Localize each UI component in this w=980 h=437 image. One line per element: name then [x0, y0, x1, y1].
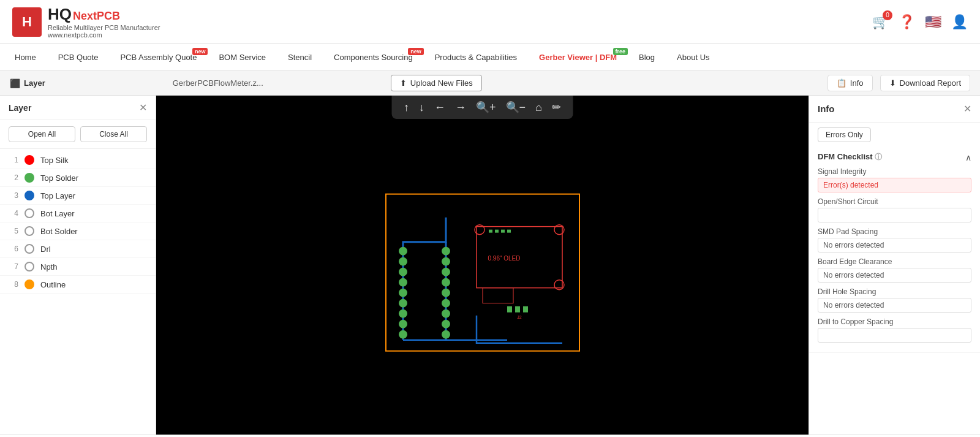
- svg-text:0.96" OLED: 0.96" OLED: [488, 254, 520, 261]
- pcb-canvas[interactable]: ↑ ↓ ← → 🔍+ 🔍− ⌂ ✏: [156, 96, 809, 435]
- nav-home[interactable]: Home: [12, 53, 39, 62]
- svg-point-9: [399, 330, 407, 338]
- nav-bom[interactable]: BOM Service: [216, 53, 268, 62]
- check-label-open: Open/Short Circuit: [818, 197, 971, 206]
- pcb-svg: 0.96" OLED J2: [385, 192, 581, 352]
- check-open-short: Open/Short Circuit: [818, 197, 971, 222]
- layer-dot-8: [24, 279, 34, 289]
- logo-hq: HQ: [48, 5, 72, 24]
- cart-badge: 0: [883, 10, 892, 20]
- check-label-drill: Drill Hole Spacing: [818, 287, 971, 296]
- user-icon[interactable]: 👤: [951, 14, 968, 30]
- svg-point-11: [442, 257, 450, 265]
- info-icon: 📋: [837, 78, 846, 88]
- layer-eye-4: [24, 208, 34, 218]
- layer-item-4[interactable]: 4 Bot Layer: [0, 205, 156, 222]
- close-info-button[interactable]: ✕: [963, 103, 971, 115]
- check-label-board: Board Edge Clearance: [818, 257, 971, 266]
- layer-item-5[interactable]: 5 Bot Solder: [0, 222, 156, 240]
- layer-item-2[interactable]: 2 Top Solder: [0, 169, 156, 187]
- info-panel-title: Info: [818, 104, 835, 114]
- layer-name-3: Top Layer: [40, 191, 75, 200]
- svg-rect-21: [495, 229, 499, 232]
- svg-point-1: [399, 246, 407, 255]
- nav-pcb-assembly[interactable]: PCB Assembly Quote new: [118, 53, 199, 62]
- svg-rect-23: [507, 229, 511, 232]
- check-signal-integrity: Signal Integrity Error(s) detected: [818, 167, 971, 192]
- logo-url: www.nextpcb.com: [48, 31, 160, 39]
- errors-only-button[interactable]: Errors Only: [818, 127, 871, 142]
- logo-next: Next: [73, 10, 97, 23]
- pcb-toolbar: ↑ ↓ ← → 🔍+ 🔍− ⌂ ✏: [391, 96, 573, 119]
- header-icons: 🛒 0 ❓ 🇺🇸 👤: [872, 14, 968, 30]
- download-report-button[interactable]: ⬇ Download Report: [880, 75, 970, 91]
- pan-left-button[interactable]: ←: [434, 101, 445, 114]
- logo-box: H: [12, 7, 42, 37]
- svg-point-7: [399, 309, 407, 317]
- logo-pcb: PCB: [97, 10, 120, 23]
- close-panel-button[interactable]: ✕: [139, 102, 147, 113]
- panel-header: Layer ✕: [0, 96, 156, 120]
- svg-rect-22: [501, 229, 505, 232]
- svg-point-10: [442, 246, 450, 255]
- pcb-view: 0.96" OLED J2: [385, 192, 581, 354]
- dfm-help-icon[interactable]: ⓘ: [875, 153, 882, 161]
- svg-point-16: [442, 309, 450, 317]
- check-status-drill: No errors detected: [818, 298, 971, 313]
- nav-components[interactable]: Components Sourcing new: [331, 53, 415, 62]
- nav-stencil[interactable]: Stencil: [285, 53, 314, 62]
- layer-item-7[interactable]: 7 Npth: [0, 258, 156, 276]
- svg-point-4: [399, 278, 407, 286]
- dfm-chevron-icon[interactable]: ∧: [965, 153, 971, 162]
- logo-letter: H: [22, 14, 32, 30]
- layer-eye-5: [24, 226, 34, 236]
- layer-item-1[interactable]: 1 Top Silk: [0, 151, 156, 169]
- pan-right-button[interactable]: →: [455, 101, 466, 114]
- nav-free-badge: free: [613, 48, 628, 55]
- check-status-signal: Error(s) detected: [818, 178, 971, 192]
- check-status-open: [818, 208, 971, 222]
- close-all-button[interactable]: Close All: [80, 126, 147, 142]
- svg-point-12: [442, 267, 450, 276]
- download-icon: ⬇: [889, 78, 896, 88]
- layer-num-4: 4: [9, 209, 18, 218]
- svg-point-2: [399, 257, 407, 265]
- nav-blog[interactable]: Blog: [636, 53, 657, 62]
- svg-point-6: [399, 298, 407, 307]
- flag-icon[interactable]: 🇺🇸: [925, 14, 941, 30]
- pencil-button[interactable]: ✏: [552, 101, 561, 114]
- zoom-in-button[interactable]: 🔍+: [476, 101, 496, 114]
- svg-text:J2: J2: [517, 314, 522, 319]
- svg-rect-29: [515, 306, 520, 312]
- layer-item-6[interactable]: 6 Drl: [0, 240, 156, 258]
- cart-icon[interactable]: 🛒 0: [872, 14, 889, 30]
- open-all-button[interactable]: Open All: [9, 126, 75, 142]
- pan-up-button[interactable]: ↑: [404, 101, 409, 114]
- help-icon[interactable]: ❓: [899, 14, 915, 30]
- nav-new-badge-components: new: [408, 48, 424, 55]
- layer-eye-6: [24, 244, 34, 254]
- pan-down-button[interactable]: ↓: [419, 101, 424, 114]
- logo-area: H HQ NextPCB Reliable Multilayer PCB Man…: [12, 5, 160, 39]
- layer-dot-2: [24, 173, 34, 183]
- main-nav: Home PCB Quote PCB Assembly Quote new BO…: [0, 44, 980, 71]
- svg-point-8: [399, 319, 407, 328]
- upload-button[interactable]: ⬆ Upload New Files: [391, 75, 482, 91]
- upload-icon: ⬆: [400, 78, 407, 88]
- logo-tagline: Reliable Multilayer PCB Manufacturer: [48, 24, 160, 31]
- info-tab[interactable]: 📋 Info: [827, 75, 873, 91]
- nav-gerber[interactable]: Gerber Viewer | DFM free: [537, 53, 619, 62]
- nav-pcb-quote[interactable]: PCB Quote: [56, 53, 101, 62]
- layer-icon: ⬛: [10, 78, 20, 88]
- layer-item-3[interactable]: 3 Top Layer: [0, 187, 156, 205]
- svg-point-5: [399, 288, 407, 297]
- svg-rect-30: [523, 306, 528, 312]
- layer-item-8[interactable]: 8 Outline: [0, 276, 156, 294]
- nav-new-badge-assembly: new: [192, 48, 208, 55]
- nav-about[interactable]: About Us: [674, 53, 712, 62]
- home-button[interactable]: ⌂: [535, 101, 542, 114]
- zoom-out-button[interactable]: 🔍−: [506, 101, 526, 114]
- svg-point-15: [442, 298, 450, 307]
- nav-products[interactable]: Products & Capabilities: [432, 53, 519, 62]
- svg-rect-20: [489, 229, 492, 232]
